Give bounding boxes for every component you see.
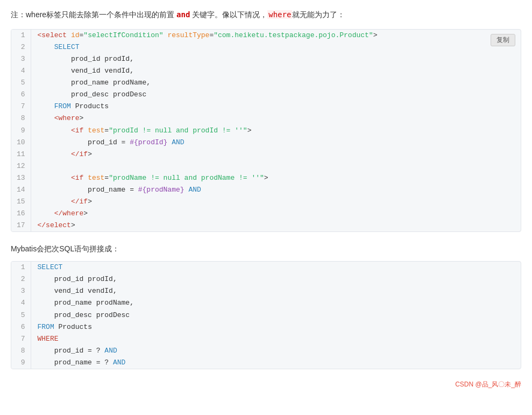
- line-code: prod_id prodId,: [31, 53, 521, 65]
- note-middle: 关键字。像以下情况，: [192, 10, 267, 19]
- line-number: 6: [11, 321, 31, 333]
- note-keyword: and: [176, 10, 190, 19]
- table-row: 4 prod_name prodName,: [11, 297, 521, 309]
- line-code: </if>: [31, 196, 521, 208]
- line-number: 14: [11, 184, 31, 196]
- table-row: 8 <where>: [11, 112, 521, 124]
- line-number: 2: [11, 41, 31, 53]
- table-row: 6 prod_desc prodDesc: [11, 89, 521, 101]
- line-number: 4: [11, 65, 31, 77]
- table-row: 5 prod_name prodName,: [11, 77, 521, 89]
- line-code: <if test="prodId != null and prodId != '…: [31, 125, 521, 137]
- line-number: 1: [11, 262, 31, 273]
- table-row: 10 prod_id = #{prodId} AND: [11, 137, 521, 149]
- line-code: <where>: [31, 112, 521, 124]
- line-code: WHERE: [31, 333, 521, 345]
- table-row: 8 prod_id = ? AND: [11, 345, 521, 357]
- table-row: 2 SELECT: [11, 41, 521, 53]
- line-code: </select>: [31, 220, 521, 231]
- line-number: 13: [11, 172, 31, 184]
- table-row: 1<select id="selectIfCondition" resultTy…: [11, 30, 521, 41]
- section-label: Mybatis会把次SQL语句拼接成：: [11, 243, 521, 256]
- line-code: </where>: [31, 208, 521, 220]
- table-row: 17</select>: [11, 220, 521, 231]
- line-code: FROM Products: [31, 101, 521, 112]
- table-row: 4 vend_id vendId,: [11, 65, 521, 77]
- line-number: 15: [11, 196, 31, 208]
- table-row: 3 vend_id vendId,: [11, 285, 521, 297]
- table-row: 12: [11, 160, 521, 172]
- line-code: prod_name = ? AND: [31, 357, 521, 369]
- line-number: 4: [11, 297, 31, 309]
- table-row: 9 <if test="prodId != null and prodId !=…: [11, 125, 521, 137]
- note-code: where: [267, 10, 292, 19]
- copy-button-1[interactable]: 复制: [491, 34, 515, 46]
- line-number: 8: [11, 345, 31, 357]
- line-number: 5: [11, 77, 31, 89]
- note-prefix: 注：where标签只能去除第一个条件中出现的前置: [11, 10, 174, 19]
- line-code: prod_name = #{prodName} AND: [31, 184, 521, 196]
- note-section: 注：where标签只能去除第一个条件中出现的前置 and 关键字。像以下情况，w…: [11, 9, 521, 22]
- watermark: CSDN @品_风〇未_醉: [11, 380, 521, 389]
- line-code: SELECT: [31, 262, 521, 273]
- line-number: 16: [11, 208, 31, 220]
- table-row: 7 FROM Products: [11, 101, 521, 112]
- line-code: vend_id vendId,: [31, 65, 521, 77]
- line-code: prod_id = #{prodId} AND: [31, 137, 521, 149]
- line-code: vend_id vendId,: [31, 285, 521, 297]
- line-code: prod_name prodName,: [31, 77, 521, 89]
- line-code: <select id="selectIfCondition" resultTyp…: [31, 30, 521, 41]
- line-code: prod_name prodName,: [31, 297, 521, 309]
- line-number: 5: [11, 310, 31, 321]
- line-number: 6: [11, 89, 31, 101]
- code-block-2: 1SELECT2 prod_id prodId,3 vend_id vendId…: [11, 261, 521, 369]
- line-number: 8: [11, 112, 31, 124]
- line-code: [31, 160, 521, 172]
- line-number: 11: [11, 149, 31, 160]
- line-number: 7: [11, 101, 31, 112]
- line-code: prod_id = ? AND: [31, 345, 521, 357]
- table-row: 9 prod_name = ? AND: [11, 357, 521, 369]
- line-code: prod_desc prodDesc: [31, 310, 521, 321]
- table-row: 15 </if>: [11, 196, 521, 208]
- line-code: <if test="prodName != null and prodName …: [31, 172, 521, 184]
- line-code: SELECT: [31, 41, 521, 53]
- line-code: prod_id prodId,: [31, 273, 521, 285]
- line-number: 10: [11, 137, 31, 149]
- table-row: 1SELECT: [11, 262, 521, 273]
- note-suffix: 就无能为力了：: [292, 10, 345, 19]
- line-number: 3: [11, 285, 31, 297]
- table-row: 3 prod_id prodId,: [11, 53, 521, 65]
- line-number: 2: [11, 273, 31, 285]
- table-row: 7WHERE: [11, 333, 521, 345]
- table-row: 16 </where>: [11, 208, 521, 220]
- table-row: 11 </if>: [11, 149, 521, 160]
- line-number: 9: [11, 125, 31, 137]
- line-number: 3: [11, 53, 31, 65]
- line-number: 9: [11, 357, 31, 369]
- line-number: 17: [11, 220, 31, 231]
- line-code: FROM Products: [31, 321, 521, 333]
- table-row: 2 prod_id prodId,: [11, 273, 521, 285]
- table-row: 6FROM Products: [11, 321, 521, 333]
- line-number: 12: [11, 160, 31, 172]
- code-block-1: 复制 1<select id="selectIfCondition" resul…: [11, 29, 521, 233]
- table-row: 13 <if test="prodName != null and prodNa…: [11, 172, 521, 184]
- line-number: 7: [11, 333, 31, 345]
- line-number: 1: [11, 30, 31, 41]
- code-table-2: 1SELECT2 prod_id prodId,3 vend_id vendId…: [11, 262, 521, 369]
- table-row: 5 prod_desc prodDesc: [11, 310, 521, 321]
- line-code: </if>: [31, 149, 521, 160]
- table-row: 14 prod_name = #{prodName} AND: [11, 184, 521, 196]
- code-table-1: 1<select id="selectIfCondition" resultTy…: [11, 30, 521, 232]
- line-code: prod_desc prodDesc: [31, 89, 521, 101]
